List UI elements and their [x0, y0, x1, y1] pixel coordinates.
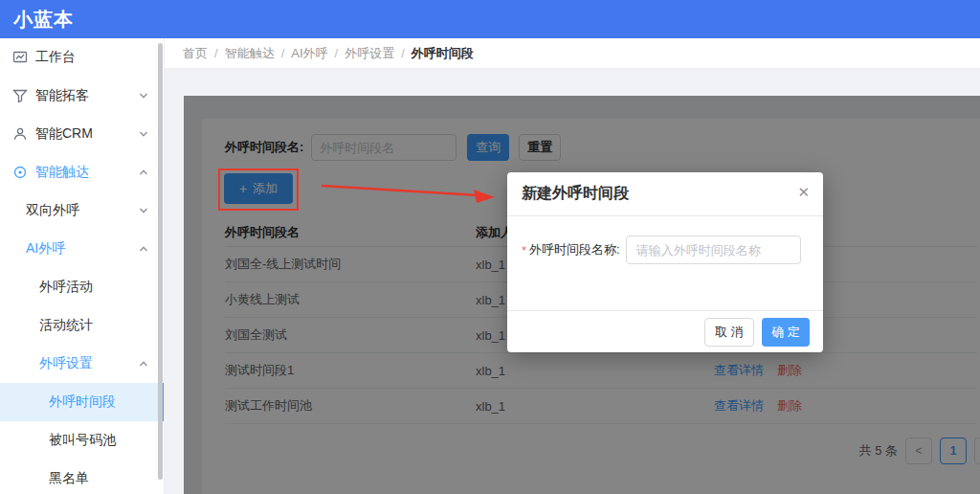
chevron-up-icon	[139, 168, 148, 177]
sidebar-item-label: 智能CRM	[35, 125, 93, 143]
modal-header: 新建外呼时间段	[507, 172, 823, 216]
breadcrumb-item: 外呼时间段	[412, 45, 474, 62]
sidebar-item-label: 工作台	[35, 49, 76, 66]
breadcrumb-separator: /	[214, 46, 218, 60]
confirm-button[interactable]: 确 定	[762, 318, 810, 347]
breadcrumb-separator: /	[281, 46, 285, 60]
sidebar-item-label: 外呼活动	[39, 279, 93, 296]
sidebar-item-two-way-call[interactable]: 双向外呼	[0, 191, 164, 230]
sidebar-item-label: 双向外呼	[26, 202, 79, 219]
breadcrumb-item[interactable]: 首页	[183, 45, 208, 62]
sidebar-item-activity-stats[interactable]: 活动统计	[0, 306, 164, 345]
sidebar-item-label: 外呼时间段	[49, 393, 116, 411]
cancel-button[interactable]: 取 消	[704, 318, 754, 347]
sidebar-item-label: 智能触达	[35, 164, 89, 181]
sidebar-item-label: 黑名单	[49, 470, 89, 487]
modal-field-label: 外呼时间段名称:	[529, 241, 620, 258]
required-asterisk: *	[522, 243, 526, 258]
sidebar-item-called-number-pool[interactable]: 被叫号码池	[0, 421, 164, 460]
chevron-down-icon	[139, 91, 148, 101]
sidebar-item-call-activity[interactable]: 外呼活动	[0, 268, 164, 306]
app-logo: 小蓝本	[13, 7, 74, 33]
sidebar-scrollbar[interactable]	[158, 43, 163, 480]
topbar: 小蓝本	[0, 0, 980, 38]
sidebar: 工作台智能拓客智能CRM智能触达双向外呼AI外呼外呼活动活动统计外呼设置外呼时间…	[0, 38, 165, 494]
close-icon[interactable]: ✕	[797, 185, 810, 199]
chevron-down-icon	[139, 206, 148, 215]
time-period-title-input[interactable]	[626, 236, 801, 264]
sidebar-item-smart-reach[interactable]: 智能触达	[0, 153, 164, 191]
dashboard-icon	[12, 50, 28, 65]
sidebar-item-label: 外呼设置	[39, 355, 93, 372]
modal-footer: 取 消 确 定	[507, 310, 823, 352]
sidebar-item-call-settings[interactable]: 外呼设置	[0, 345, 164, 383]
sidebar-item-ai-call[interactable]: AI外呼	[0, 230, 164, 268]
sidebar-item-label: 被叫号码池	[49, 432, 116, 449]
breadcrumb-item[interactable]: 外呼设置	[345, 45, 394, 62]
target-icon	[12, 165, 28, 180]
chevron-up-icon	[139, 359, 148, 369]
modal-title: 新建外呼时间段	[522, 184, 629, 204]
modal-form-row: * 外呼时间段名称:	[522, 236, 809, 264]
sidebar-menu: 工作台智能拓客智能CRM智能触达双向外呼AI外呼外呼活动活动统计外呼设置外呼时间…	[0, 38, 164, 494]
breadcrumb-separator: /	[401, 46, 405, 60]
new-time-period-modal: 新建外呼时间段 ✕ * 外呼时间段名称: 取 消 确 定	[507, 172, 823, 352]
breadcrumb-item[interactable]: AI外呼	[291, 45, 327, 62]
sidebar-item-smart-expand[interactable]: 智能拓客	[0, 77, 164, 115]
chevron-down-icon	[139, 129, 148, 139]
breadcrumb: 首页/智能触达/AI外呼/外呼设置/外呼时间段	[165, 38, 980, 69]
sidebar-item-smart-crm[interactable]: 智能CRM	[0, 115, 164, 153]
sidebar-item-blacklist[interactable]: 黑名单	[0, 460, 164, 494]
funnel-icon	[12, 88, 28, 103]
sidebar-item-label: 智能拓客	[35, 87, 89, 104]
breadcrumb-separator: /	[335, 46, 339, 60]
modal-body: * 外呼时间段名称:	[507, 216, 823, 264]
sidebar-item-workbench[interactable]: 工作台	[0, 38, 164, 77]
sidebar-item-call-time-period[interactable]: 外呼时间段	[0, 383, 164, 421]
breadcrumb-item[interactable]: 智能触达	[225, 45, 275, 62]
chevron-up-icon	[139, 244, 148, 254]
crm-icon	[12, 126, 28, 142]
sidebar-item-label: 活动统计	[39, 317, 93, 334]
sidebar-item-label: AI外呼	[26, 240, 65, 258]
